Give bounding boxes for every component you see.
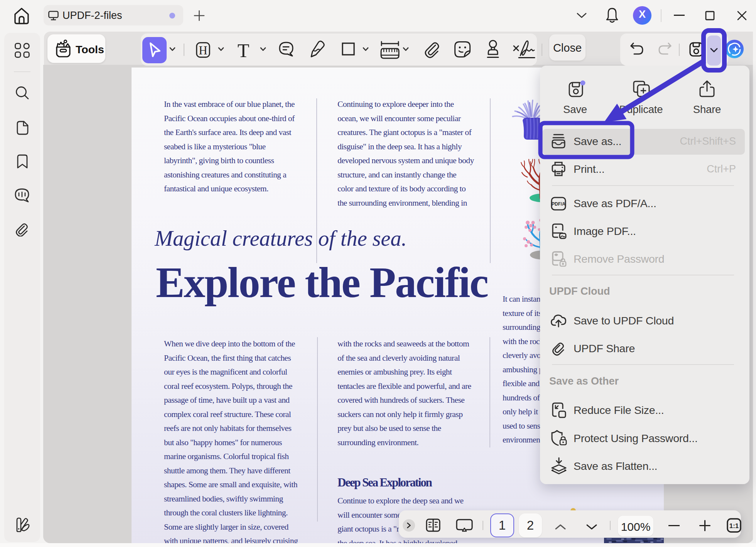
svg-text:PDF/A: PDF/A (552, 201, 565, 207)
svg-text:1:1: 1:1 (729, 522, 739, 530)
